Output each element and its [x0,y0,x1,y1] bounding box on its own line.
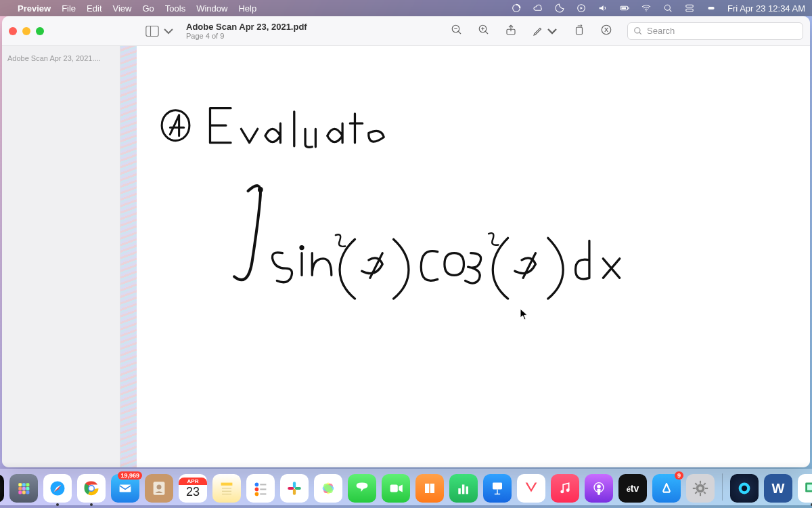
system-menubar: Preview File Edit View Go Tools Window H… [0,0,812,16]
dock-tv[interactable]: étv [618,474,647,503]
dock-facetime[interactable] [382,474,410,503]
loading-status-icon[interactable] [511,3,522,14]
svg-rect-67 [493,483,502,490]
svg-rect-36 [22,491,26,494]
dock-messages[interactable] [348,474,376,503]
dock-launchpad[interactable] [9,474,38,503]
share-button[interactable] [505,24,517,39]
dock-recent-1[interactable] [730,474,759,503]
cloud-status-icon[interactable] [533,3,543,14]
spotlight-icon[interactable] [662,3,673,14]
calendar-day: 23 [186,485,200,499]
dock-music[interactable] [551,474,579,503]
svg-rect-45 [221,483,233,486]
now-playing-icon[interactable] [576,3,587,14]
svg-point-21 [162,110,189,141]
svg-rect-64 [458,488,461,494]
minimize-button[interactable] [22,27,30,35]
dock-photos[interactable] [314,474,342,503]
dock-ibooks[interactable] [415,474,444,503]
svg-point-23 [300,247,303,249]
document-title: Adobe Scan Apr 23, 2021.pdf [186,22,307,32]
dock-notes[interactable] [212,474,241,503]
dock-contacts[interactable] [145,474,173,503]
app-menu[interactable]: Preview [18,3,51,14]
svg-rect-87 [807,484,812,490]
mouse-cursor [520,308,529,320]
markup-button[interactable] [532,25,558,37]
menu-window[interactable]: Window [196,3,227,14]
svg-rect-66 [466,486,469,494]
svg-point-70 [560,490,564,493]
svg-point-44 [157,484,162,489]
menubar-clock[interactable]: Fri Apr 23 12:34 AM [727,3,805,14]
svg-rect-7 [686,5,694,7]
dock-slack[interactable] [280,474,309,503]
page-thumbnail[interactable]: Adobe Scan Apr 23, 2021.... [7,54,114,62]
dock-numbers[interactable] [449,474,478,503]
dock-settings[interactable] [686,474,715,503]
svg-point-85 [742,486,747,491]
dock-reminders[interactable] [246,474,275,503]
menu-edit[interactable]: Edit [87,3,102,14]
zoom-out-button[interactable] [451,24,463,39]
do-not-disturb-icon[interactable] [554,3,565,14]
thumbnail-sidebar: Adobe Scan Apr 23, 2021.... [2,46,120,467]
dock-podcasts[interactable] [585,474,613,503]
dock-preview-app[interactable] [798,474,812,503]
dock-siri[interactable] [0,474,4,503]
svg-rect-34 [26,487,30,490]
volume-icon[interactable] [597,3,608,14]
window-toolbar: Adobe Scan Apr 23, 2021.pdf Page 4 of 9 … [2,16,810,46]
dock-keynote[interactable] [483,474,512,503]
battery-icon[interactable] [619,3,630,14]
rotate-button[interactable] [573,24,585,39]
svg-rect-8 [686,9,694,11]
svg-rect-42 [120,484,131,492]
dock-chrome[interactable] [77,474,106,503]
control-center-icon[interactable] [684,3,695,14]
wifi-icon[interactable] [641,3,652,14]
dock-separator [722,473,723,501]
zoom-button[interactable] [36,27,44,35]
menu-view[interactable]: View [113,3,132,14]
mail-badge: 19,969 [118,471,142,480]
svg-rect-3 [628,7,629,9]
dock-mail[interactable]: 19,969 [111,474,139,503]
svg-point-72 [597,484,601,488]
svg-line-83 [695,492,697,494]
menu-go[interactable]: Go [142,3,154,14]
dock-appstore[interactable]: 9 [652,474,681,503]
toolbar-search[interactable]: Search [627,22,803,40]
svg-line-82 [704,483,706,485]
close-button[interactable] [9,27,17,35]
dock-safari[interactable] [43,474,72,503]
svg-rect-18 [577,27,583,35]
svg-rect-55 [293,482,296,488]
page-indicator: Page 4 of 9 [186,32,307,40]
svg-rect-10 [146,26,158,36]
dock-calendar[interactable]: APR 23 [179,474,207,503]
amphetamine-icon[interactable] [706,3,717,14]
svg-rect-9 [708,7,714,9]
svg-point-75 [698,486,702,490]
dock-word[interactable]: W [764,474,792,503]
word-label: W [772,481,785,496]
highlight-button[interactable] [600,24,612,39]
zoom-in-button[interactable] [478,24,490,39]
svg-rect-56 [295,487,301,490]
svg-rect-58 [288,487,294,490]
document-title-group: Adobe Scan Apr 23, 2021.pdf Page 4 of 9 [186,22,307,40]
menu-help[interactable]: Help [238,3,256,14]
dock-news[interactable] [517,474,545,503]
tv-label: étv [627,483,639,494]
sidebar-view-button[interactable] [145,25,175,37]
svg-point-50 [255,488,259,492]
svg-line-80 [695,483,697,485]
chevron-down-icon [546,25,558,37]
menu-file[interactable]: File [62,3,76,14]
menu-tools[interactable]: Tools [165,3,185,14]
document-page[interactable] [120,46,810,467]
svg-point-49 [255,483,259,487]
thumbnail-label: Adobe Scan Apr 23, 2021.... [7,54,114,62]
